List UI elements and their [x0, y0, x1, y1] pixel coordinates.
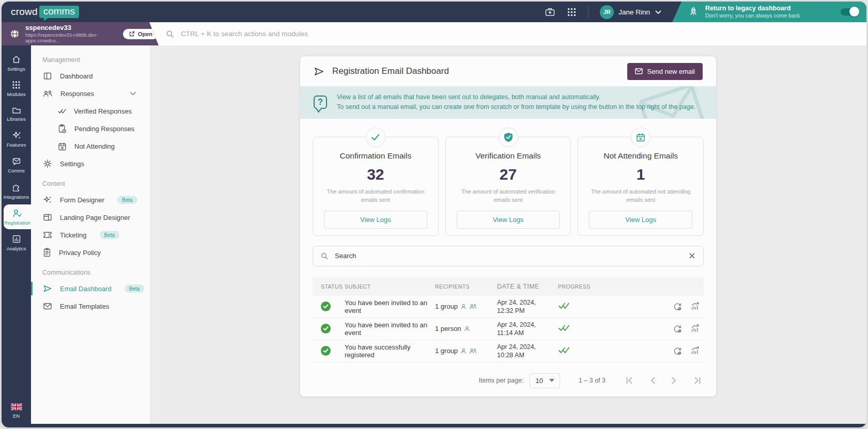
rail-item-features[interactable]: Features: [2, 126, 31, 151]
ticket-icon: [43, 231, 52, 239]
sidebar-item-landing-page-designer[interactable]: Landing Page Designer: [31, 209, 150, 226]
view-logs-button[interactable]: View Logs: [589, 211, 692, 229]
table-search-input[interactable]: [334, 251, 683, 260]
sparkles-icon: [43, 195, 52, 204]
stat-value: 27: [451, 166, 566, 183]
view-logs-button[interactable]: View Logs: [324, 211, 427, 229]
group-icon: [469, 304, 477, 310]
stats-icon[interactable]: [691, 346, 700, 356]
sidebar-section-communications: Communications: [42, 269, 150, 276]
status-sent-icon: [321, 301, 331, 311]
rail-item-registration[interactable]: Registration: [4, 204, 31, 229]
legacy-toggle[interactable]: [841, 8, 858, 15]
email-subject: You have been invited to an event: [345, 321, 435, 337]
view-logs-button[interactable]: View Logs: [457, 211, 560, 229]
folder-icon: [12, 106, 21, 114]
close-icon[interactable]: [689, 252, 695, 259]
rail-label: Features: [7, 142, 26, 148]
stat-cards-row: Confirmation Emails 32 The amount of aut…: [300, 119, 716, 236]
sidebar-item-settings[interactable]: Settings: [31, 155, 150, 172]
history-settings-icon[interactable]: [673, 302, 682, 311]
shield-check-icon: [499, 128, 518, 147]
banner-line2: To send out a manual email, you can crea…: [337, 102, 695, 112]
person-check-icon: [12, 209, 22, 218]
send-icon: [314, 67, 324, 76]
toggle-knob: [849, 7, 859, 17]
column-header-recipients: RECIPIENTS: [435, 283, 497, 290]
rail-item-modules[interactable]: Modules: [2, 76, 31, 101]
recipients-text: 1 group: [435, 347, 458, 355]
send-new-email-button[interactable]: Send new email: [627, 63, 703, 80]
sidebar-section-content: Content: [42, 180, 150, 187]
stat-title: Not Attending Emails: [583, 151, 698, 161]
rail-item-integrations[interactable]: Integrations: [2, 178, 31, 203]
question-bubble-icon: ?: [314, 96, 327, 109]
stats-icon[interactable]: [691, 302, 700, 311]
sidebar-item-pending-responses[interactable]: Pending Responses: [31, 120, 150, 137]
last-page-icon[interactable]: [693, 376, 702, 385]
sidebar-item-privacy-policy[interactable]: Privacy Policy: [31, 244, 150, 261]
sidebar: Management Dashboard Responses Verified …: [31, 45, 150, 424]
grid-icon: [12, 81, 21, 89]
sidebar-item-label: Ticketing: [60, 231, 87, 239]
language-switcher[interactable]: EN: [2, 403, 31, 424]
sidebar-item-label: Not Attending: [74, 142, 115, 150]
people-icon: [43, 89, 53, 98]
layout-icon: [43, 213, 52, 221]
icon-rail: Settings Modules Libraries Features Comm…: [2, 45, 31, 424]
stats-icon[interactable]: [691, 324, 700, 333]
table-row[interactable]: You have been invited to an event 1 grou…: [313, 296, 704, 318]
check-icon: [366, 128, 385, 147]
previous-page-icon[interactable]: [649, 376, 656, 385]
page-title: Registration Email Dashboard: [332, 66, 449, 76]
sidebar-item-responses[interactable]: Responses: [31, 85, 150, 102]
column-header-progress: PROGRESS: [558, 283, 662, 290]
globe-icon: [9, 28, 20, 39]
send-icon: [43, 284, 52, 293]
project-search-bar: sspencedev33 https://sspencedev33-c986b.…: [2, 22, 866, 45]
banner-line1: View a list of all emails that have been…: [337, 92, 695, 102]
legacy-dashboard-panel: Return to legacy dashboard Don't worry, …: [672, 2, 866, 22]
calendar-x-icon: [58, 142, 67, 151]
sidebar-item-not-attending[interactable]: Not Attending: [31, 137, 150, 155]
sparkles-icon: [12, 131, 21, 140]
column-header-status: STATUS: [313, 283, 345, 290]
first-page-icon[interactable]: [625, 376, 634, 385]
sidebar-item-dashboard[interactable]: Dashboard: [31, 67, 150, 85]
crowdcomms-logo[interactable]: crowd comms: [11, 6, 79, 18]
rail-item-comms[interactable]: Comms: [2, 152, 31, 177]
user-menu[interactable]: JR Jane Rinn: [600, 5, 662, 19]
sidebar-item-email-templates[interactable]: Email Templates: [31, 297, 150, 315]
emails-table: STATUS SUBJECT RECIPIENTS DATE & TIME PR…: [313, 277, 704, 362]
global-search-input[interactable]: [180, 29, 858, 38]
sidebar-item-email-dashboard[interactable]: Email Dashboard Beta: [31, 280, 150, 297]
calendar-x-icon: [631, 128, 650, 147]
apps-grid-icon[interactable]: [567, 7, 577, 17]
sidebar-item-verified-responses[interactable]: Verified Responses: [31, 102, 150, 120]
rail-label: Libraries: [7, 116, 25, 122]
table-row[interactable]: You have been invited to an event 1 pers…: [313, 318, 704, 340]
table-row[interactable]: You have successfully registered 1 group…: [313, 340, 704, 362]
clipboard-clock-icon: [58, 124, 67, 133]
rail-item-analytics[interactable]: Analytics: [2, 230, 31, 255]
items-per-page-label: Items per page:: [479, 377, 524, 384]
open-project-button[interactable]: Open: [123, 29, 159, 39]
stat-description: The amount of automated not attending em…: [585, 188, 696, 204]
person-icon: [464, 326, 470, 332]
history-settings-icon[interactable]: [673, 346, 682, 356]
rail-item-settings[interactable]: Settings: [2, 51, 31, 75]
rail-item-libraries[interactable]: Libraries: [2, 102, 31, 125]
beta-badge: Beta: [100, 231, 120, 239]
external-link-icon: [129, 31, 135, 37]
project-name: sspencedev33: [25, 24, 112, 32]
rail-label: Analytics: [6, 246, 26, 251]
history-settings-icon[interactable]: [673, 324, 682, 333]
email-dashboard-card: Registration Email Dashboard Send new em…: [300, 56, 716, 396]
page-size-select[interactable]: 10: [530, 373, 560, 388]
beta-badge: Beta: [117, 196, 137, 204]
briefcase-icon[interactable]: [545, 7, 555, 17]
sidebar-item-ticketing[interactable]: Ticketing Beta: [31, 226, 150, 244]
sidebar-item-form-designer[interactable]: Form Designer Beta: [31, 191, 150, 209]
info-banner: ? View a list of all emails that have be…: [300, 86, 716, 119]
next-page-icon[interactable]: [671, 376, 677, 385]
